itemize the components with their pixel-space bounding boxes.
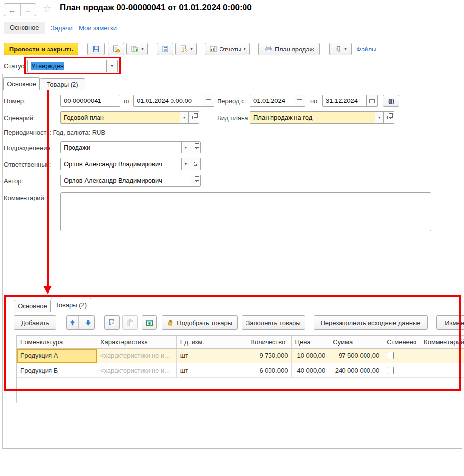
period-select-button[interactable]: (||) bbox=[383, 95, 399, 107]
back-button[interactable]: ← bbox=[4, 4, 20, 16]
date-field[interactable]: 01.01.2024 0:00:00 bbox=[133, 95, 214, 107]
cell-characteristic[interactable]: <характеристики не и... bbox=[97, 349, 177, 363]
table-row[interactable]: Продукция Б <характеристики не и... шт 6… bbox=[17, 363, 464, 378]
scenario-open-button[interactable] bbox=[188, 112, 199, 123]
refill-source-data-button[interactable]: Перезаполнить исходные данные bbox=[314, 315, 428, 330]
tab-goods-bottom[interactable]: Товары (2) bbox=[51, 298, 91, 312]
cell-sum[interactable]: 240 000 000,00 bbox=[329, 363, 383, 377]
author-field[interactable]: Орлов Александр Владимирович bbox=[60, 175, 201, 187]
date-value: 01.01.2024 0:00:00 bbox=[134, 95, 203, 106]
column-header-characteristic[interactable]: Характеристика bbox=[97, 336, 177, 348]
copy-row-button[interactable] bbox=[104, 315, 120, 330]
page-title: План продаж 00-00000041 от 01.01.2024 0:… bbox=[60, 3, 252, 13]
plan-kind-open-button[interactable] bbox=[383, 112, 394, 123]
fill-goods-button[interactable]: Заполнить товары bbox=[242, 315, 305, 330]
change-history-button[interactable]: ▾ bbox=[175, 43, 197, 55]
status-dropdown-button[interactable]: ▾ bbox=[106, 60, 117, 72]
author-value: Орлов Александр Владимирович bbox=[61, 175, 190, 186]
export-table-button[interactable] bbox=[142, 315, 157, 330]
plan-kind-field[interactable]: План продаж на год ▾ bbox=[250, 111, 394, 124]
status-field[interactable]: Утвержден ▾ bbox=[27, 60, 118, 72]
column-header-quantity[interactable]: Количество bbox=[247, 336, 292, 348]
tab-goods-top[interactable]: Товары (2) bbox=[40, 78, 85, 90]
nav-item-notes[interactable]: Мои заметки bbox=[79, 25, 117, 32]
comment-input[interactable] bbox=[60, 192, 431, 231]
pick-goods-button[interactable]: Подобрать товары bbox=[162, 315, 238, 330]
chevron-down-icon: ▾ bbox=[344, 47, 346, 51]
cell-unit[interactable]: шт bbox=[177, 349, 248, 363]
department-dropdown-button[interactable]: ▾ bbox=[181, 142, 190, 153]
column-header-price[interactable]: Цена bbox=[292, 336, 329, 348]
move-down-button[interactable] bbox=[82, 316, 94, 329]
cell-quantity[interactable]: 6 000,000 bbox=[247, 363, 292, 377]
column-header-comment[interactable]: Комментарий bbox=[420, 336, 464, 348]
department-field[interactable]: Продажи ▾ bbox=[60, 141, 201, 153]
paperclip-icon bbox=[334, 45, 342, 53]
chevron-down-icon: ▾ bbox=[190, 47, 192, 51]
cell-price[interactable]: 10 000,00 bbox=[292, 349, 329, 363]
department-open-button[interactable] bbox=[190, 142, 200, 153]
cell-nomenclature[interactable]: Продукция А bbox=[17, 349, 97, 363]
list-icon bbox=[161, 45, 169, 53]
period-from-field[interactable]: 01.01.2024 bbox=[250, 95, 305, 107]
cell-characteristic[interactable]: <характеристики не и... bbox=[97, 363, 177, 377]
print-plan-button-label: План продаж bbox=[275, 46, 314, 53]
add-row-button[interactable]: Добавить bbox=[14, 315, 56, 330]
cell-cancelled bbox=[383, 349, 420, 363]
scenario-dropdown-button[interactable]: ▾ bbox=[180, 112, 188, 123]
table-empty-area[interactable] bbox=[16, 378, 464, 403]
create-based-on-button[interactable]: ▾ bbox=[126, 43, 148, 55]
table-row[interactable]: Продукция А <характеристики не и... шт 9… bbox=[17, 349, 464, 363]
cell-comment[interactable] bbox=[420, 349, 464, 363]
reports-button[interactable]: Отчеты ▾ bbox=[205, 43, 250, 55]
cell-price[interactable]: 40 000,00 bbox=[292, 363, 329, 377]
nav-item-main[interactable]: Основное bbox=[4, 22, 45, 34]
cell-nomenclature[interactable]: Продукция Б bbox=[17, 363, 97, 377]
post-and-close-button[interactable]: Провести и закрыть bbox=[4, 43, 78, 55]
post-document-button[interactable] bbox=[108, 43, 124, 55]
cancelled-checkbox[interactable] bbox=[387, 352, 394, 359]
cell-quantity[interactable]: 9 750,000 bbox=[247, 349, 292, 363]
date-calendar-button[interactable] bbox=[203, 95, 214, 106]
column-header-unit[interactable]: Ед. изм. bbox=[177, 336, 248, 348]
move-up-button[interactable] bbox=[67, 316, 79, 329]
period-from-calendar-button[interactable] bbox=[294, 95, 305, 106]
cell-sum[interactable]: 97 500 000,00 bbox=[329, 349, 383, 363]
cell-comment[interactable] bbox=[420, 363, 464, 377]
printer-icon bbox=[265, 45, 272, 53]
number-field[interactable]: 00-00000041 bbox=[60, 95, 120, 107]
chevron-down-icon: ▾ bbox=[141, 47, 143, 51]
forward-button[interactable]: → bbox=[20, 4, 36, 16]
document-list-button[interactable] bbox=[157, 43, 173, 55]
author-open-button[interactable] bbox=[190, 175, 200, 186]
number-value: 00-00000041 bbox=[61, 95, 120, 106]
period-to-field[interactable]: 31.12.2024 bbox=[322, 95, 378, 107]
favorite-star-icon[interactable]: ☆ bbox=[43, 3, 52, 14]
save-icon bbox=[92, 45, 100, 53]
edit-button[interactable]: Изменить bbox=[436, 315, 464, 330]
column-header-cancelled[interactable]: Отменено bbox=[383, 336, 420, 348]
cancelled-checkbox[interactable] bbox=[387, 367, 394, 374]
responsible-value: Орлов Александр Владимирович bbox=[61, 158, 181, 170]
responsible-open-button[interactable] bbox=[190, 158, 200, 170]
tab-main-bottom[interactable]: Основное bbox=[14, 300, 51, 312]
period-to-calendar-button[interactable] bbox=[366, 95, 377, 106]
print-plan-button[interactable]: План продаж bbox=[258, 43, 320, 55]
column-header-sum[interactable]: Сумма bbox=[329, 336, 383, 348]
table-header-row: Номенклатура Характеристика Ед. изм. Кол… bbox=[17, 335, 464, 349]
cell-unit[interactable]: шт bbox=[177, 363, 248, 377]
open-icon bbox=[194, 162, 197, 166]
save-button[interactable] bbox=[87, 43, 105, 55]
attachments-button[interactable]: ▾ bbox=[329, 43, 352, 55]
column-header-nomenclature[interactable]: Номенклатура bbox=[17, 336, 97, 348]
scenario-field[interactable]: Годовой план ▾ bbox=[60, 111, 199, 124]
paste-row-button[interactable] bbox=[122, 315, 138, 330]
responsible-dropdown-button[interactable]: ▾ bbox=[181, 158, 190, 170]
reports-button-label: Отчеты bbox=[220, 46, 242, 53]
files-link[interactable]: Файлы bbox=[356, 46, 376, 53]
plan-kind-dropdown-button[interactable]: ▾ bbox=[375, 112, 383, 123]
plan-kind-label: Вид плана: bbox=[217, 114, 250, 122]
tab-main-top[interactable]: Основное bbox=[3, 77, 40, 90]
responsible-field[interactable]: Орлов Александр Владимирович ▾ bbox=[60, 158, 201, 170]
nav-item-tasks[interactable]: Задачи bbox=[51, 25, 73, 32]
